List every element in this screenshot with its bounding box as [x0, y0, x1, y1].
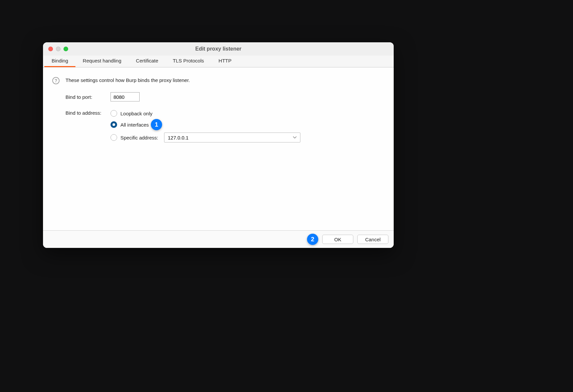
- annotation-callout-2: 2: [307, 234, 318, 245]
- tab-binding[interactable]: Binding: [44, 56, 75, 67]
- content-panel: ? These settings control how Burp binds …: [43, 67, 394, 230]
- bind-address-radio-group: Loopback only All interfaces 1 Specific …: [110, 110, 300, 142]
- specific-address-select[interactable]: 127.0.0.1: [164, 133, 300, 142]
- traffic-lights: [43, 47, 68, 51]
- bind-port-input[interactable]: [110, 92, 140, 101]
- radio-specific-address[interactable]: [110, 134, 117, 141]
- titlebar: Edit proxy listener: [43, 42, 394, 56]
- tab-request-handling[interactable]: Request handling: [75, 56, 129, 67]
- bind-address-label: Bind to address:: [66, 110, 110, 116]
- radio-specific-label: Specific address:: [120, 135, 158, 140]
- window-minimize-icon: [56, 47, 61, 51]
- radio-all-label: All interfaces: [120, 122, 149, 128]
- chevron-down-icon: [293, 136, 297, 139]
- window-close-icon[interactable]: [48, 47, 53, 51]
- dialog-window: Edit proxy listener Binding Request hand…: [43, 42, 394, 248]
- radio-loopback-label: Loopback only: [120, 111, 153, 116]
- tab-bar: Binding Request handling Certificate TLS…: [43, 56, 394, 67]
- specific-address-value: 127.0.0.1: [168, 135, 189, 140]
- radio-all-interfaces[interactable]: [110, 121, 117, 128]
- window-zoom-icon[interactable]: [64, 47, 68, 51]
- tab-http[interactable]: HTTP: [211, 56, 239, 67]
- radio-loopback-only[interactable]: [110, 110, 117, 117]
- help-icon[interactable]: ?: [52, 77, 60, 84]
- bind-port-label: Bind to port:: [66, 94, 110, 100]
- window-title: Edit proxy listener: [43, 46, 394, 52]
- annotation-callout-1: 1: [151, 119, 162, 130]
- tab-certificate[interactable]: Certificate: [129, 56, 166, 67]
- ok-button[interactable]: OK: [322, 235, 353, 244]
- dialog-footer: 2 OK Cancel: [43, 230, 394, 248]
- cancel-button[interactable]: Cancel: [357, 235, 388, 244]
- tab-tls-protocols[interactable]: TLS Protocols: [165, 56, 211, 67]
- description-text: These settings control how Burp binds th…: [66, 77, 190, 83]
